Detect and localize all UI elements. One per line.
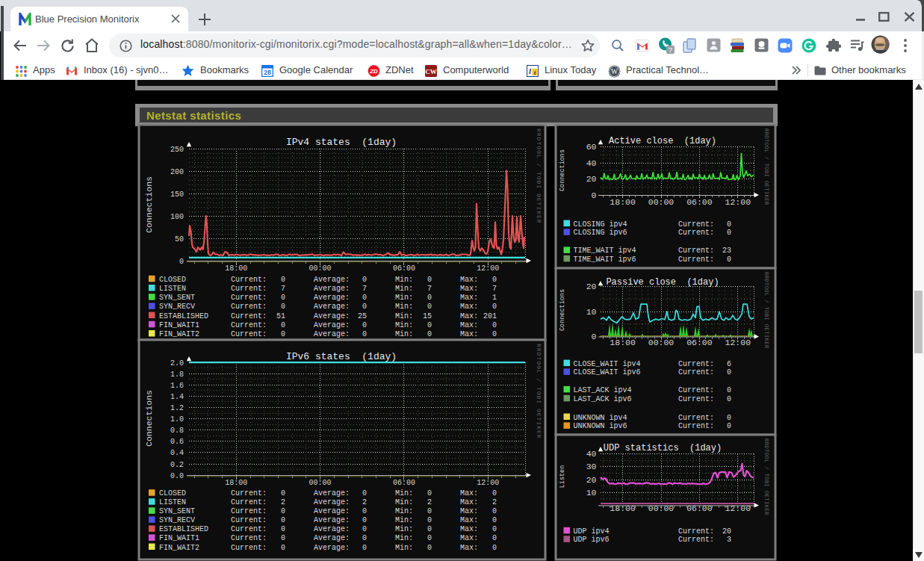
svg-text:0: 0	[727, 229, 731, 237]
svg-text:Current:: Current:	[231, 294, 267, 302]
svg-text:UNKNOWN ipv6: UNKNOWN ipv6	[574, 422, 627, 430]
svg-text:0: 0	[362, 525, 367, 533]
svg-text:Current:: Current:	[231, 321, 267, 329]
svg-text:0: 0	[727, 220, 731, 229]
svg-text:Current:: Current:	[231, 498, 267, 506]
svg-text:FIN_WAIT1: FIN_WAIT1	[159, 321, 199, 329]
svg-text:0: 0	[179, 258, 184, 266]
svg-text:ESTABLISHED: ESTABLISHED	[159, 525, 208, 533]
svg-text:Min:: Min:	[395, 312, 413, 320]
svg-text:0: 0	[427, 534, 432, 542]
svg-text:RRDTOOL / TOBI OETIKER: RRDTOOL / TOBI OETIKER	[536, 344, 542, 439]
svg-text:ESTABLISHED: ESTABLISHED	[159, 312, 208, 320]
svg-text:2.0: 2.0	[170, 359, 184, 368]
svg-text:06:00: 06:00	[393, 264, 415, 273]
svg-text:20: 20	[722, 527, 731, 536]
svg-text:Current:: Current:	[678, 414, 714, 422]
svg-text:Current:: Current:	[678, 220, 714, 229]
svg-text:18:00: 18:00	[610, 197, 636, 207]
svg-text:150: 150	[170, 190, 184, 199]
svg-text:Current:: Current:	[678, 247, 714, 255]
svg-text:0: 0	[427, 525, 432, 533]
svg-text:0: 0	[492, 330, 497, 338]
svg-text:0: 0	[727, 255, 731, 264]
svg-text:Min:: Min:	[395, 294, 413, 302]
svg-text:Average:: Average:	[314, 544, 350, 552]
svg-text:Max:: Max:	[460, 294, 478, 302]
svg-text:SYN_SENT: SYN_SENT	[159, 294, 195, 302]
svg-text:Max:: Max:	[460, 507, 478, 515]
svg-text:CLOSE_WAIT ipv4: CLOSE_WAIT ipv4	[574, 360, 641, 368]
svg-text:Average:: Average:	[314, 276, 350, 284]
svg-text:06:00: 06:00	[686, 197, 713, 207]
svg-text:Max:: Max:	[460, 285, 478, 293]
svg-text:0: 0	[281, 507, 285, 515]
svg-text:12:00: 12:00	[477, 264, 499, 273]
svg-text:Listen: Listen	[559, 465, 566, 489]
svg-text:0: 0	[281, 294, 285, 302]
svg-text:CLOSED: CLOSED	[159, 489, 186, 498]
svg-text:0.0: 0.0	[170, 472, 184, 480]
svg-text:0: 0	[362, 489, 367, 498]
svg-text:Connections: Connections	[559, 289, 566, 331]
svg-text:Max:: Max:	[460, 276, 478, 284]
svg-text:0: 0	[281, 330, 285, 338]
svg-text:1.8: 1.8	[170, 371, 184, 379]
svg-text:0: 0	[362, 276, 367, 284]
svg-text:Current:: Current:	[231, 516, 267, 524]
svg-text:RRDTOOL / TOBI OETIKER: RRDTOOL / TOBI OETIKER	[763, 272, 769, 349]
svg-text:LAST_ACK ipv6: LAST_ACK ipv6	[574, 395, 632, 403]
svg-text:IPv6 states (1day): IPv6 states (1day)	[286, 351, 397, 362]
svg-text:0: 0	[492, 489, 497, 498]
svg-text:51: 51	[276, 312, 285, 320]
svg-text:0: 0	[492, 544, 497, 552]
svg-text:Min:: Min:	[395, 285, 413, 293]
svg-text:SYN_RECV: SYN_RECV	[159, 303, 195, 311]
svg-text:18:00: 18:00	[225, 264, 247, 273]
svg-text:200: 200	[170, 168, 184, 176]
svg-text:0: 0	[281, 516, 285, 524]
svg-text:0: 0	[281, 534, 285, 542]
svg-text:Current:: Current:	[231, 534, 267, 542]
svg-text:0.6: 0.6	[170, 438, 184, 446]
svg-text:Passive close (1day): Passive close (1day)	[606, 277, 719, 288]
svg-text:100: 100	[170, 213, 184, 221]
svg-text:Min:: Min:	[395, 516, 413, 524]
svg-text:0: 0	[281, 525, 285, 533]
svg-text:Average:: Average:	[314, 534, 350, 542]
svg-text:Average:: Average:	[314, 312, 350, 320]
svg-text:0: 0	[592, 190, 597, 200]
svg-text:RRDTOOL / TOBI OETIKER: RRDTOOL / TOBI OETIKER	[763, 438, 769, 515]
svg-text:Current:: Current:	[678, 360, 714, 368]
svg-text:Current:: Current:	[231, 312, 267, 320]
svg-text:Max:: Max:	[460, 330, 478, 338]
svg-text:Active close (1day): Active close (1day)	[609, 136, 716, 146]
svg-text:FIN_WAIT2: FIN_WAIT2	[159, 330, 199, 338]
svg-text:Min:: Min:	[395, 544, 413, 552]
svg-text:Average:: Average:	[314, 294, 350, 302]
svg-text:0: 0	[281, 544, 285, 552]
svg-text:Min:: Min:	[395, 321, 413, 329]
svg-text:Current:: Current:	[231, 330, 267, 338]
svg-text:TIME_WAIT ipv4: TIME_WAIT ipv4	[574, 247, 636, 255]
svg-text:1.2: 1.2	[170, 404, 184, 412]
svg-text:20: 20	[586, 174, 597, 184]
svg-text:Min:: Min:	[395, 303, 413, 311]
svg-text:Connections: Connections	[144, 390, 154, 447]
svg-text:CLOSE_WAIT ipv6: CLOSE_WAIT ipv6	[574, 368, 641, 376]
svg-text:0: 0	[362, 321, 367, 329]
svg-text:Current:: Current:	[231, 303, 267, 311]
svg-text:250: 250	[170, 146, 184, 154]
svg-text:Average:: Average:	[314, 303, 350, 311]
svg-text:UDP statistics (1day): UDP statistics (1day)	[604, 443, 722, 453]
svg-text:Average:: Average:	[314, 507, 350, 515]
svg-text:FIN_WAIT2: FIN_WAIT2	[159, 544, 199, 552]
svg-text:0: 0	[427, 516, 432, 524]
svg-text:0: 0	[492, 276, 497, 284]
svg-text:Current:: Current:	[231, 285, 267, 293]
svg-text:Max:: Max:	[460, 544, 478, 552]
svg-text:7: 7	[281, 285, 285, 293]
svg-text:40: 40	[586, 449, 597, 459]
svg-text:Current:: Current:	[678, 255, 714, 264]
svg-text:Current:: Current:	[678, 229, 714, 237]
